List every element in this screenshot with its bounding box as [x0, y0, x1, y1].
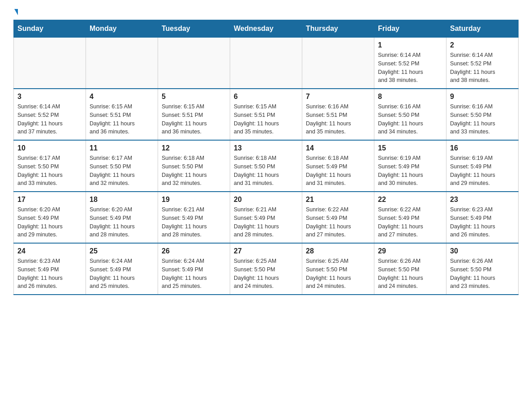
logo: [13, 9, 18, 15]
calendar-cell: 13Sunrise: 6:18 AMSunset: 5:50 PMDayligh…: [230, 140, 302, 192]
day-info: Sunrise: 6:26 AMSunset: 5:50 PMDaylight:…: [450, 257, 515, 291]
calendar-week-row: 17Sunrise: 6:20 AMSunset: 5:49 PMDayligh…: [14, 192, 519, 243]
day-number: 18: [90, 196, 154, 204]
calendar-week-row: 3Sunrise: 6:14 AMSunset: 5:52 PMDaylight…: [14, 89, 519, 140]
day-info: Sunrise: 6:24 AMSunset: 5:49 PMDaylight:…: [90, 257, 154, 291]
calendar-week-row: 10Sunrise: 6:17 AMSunset: 5:50 PMDayligh…: [14, 140, 519, 192]
calendar-cell: 1Sunrise: 6:14 AMSunset: 5:52 PMDaylight…: [374, 38, 446, 89]
calendar-cell: 14Sunrise: 6:18 AMSunset: 5:49 PMDayligh…: [302, 140, 374, 192]
day-number: 2: [450, 41, 515, 49]
day-info: Sunrise: 6:24 AMSunset: 5:49 PMDaylight:…: [162, 257, 226, 291]
day-number: 22: [378, 196, 442, 204]
day-info: Sunrise: 6:23 AMSunset: 5:49 PMDaylight:…: [17, 257, 82, 291]
day-number: 28: [306, 247, 370, 255]
day-number: 21: [306, 196, 370, 204]
day-number: 14: [306, 144, 370, 152]
day-number: 3: [17, 93, 82, 101]
calendar-table: SundayMondayTuesdayWednesdayThursdayFrid…: [13, 20, 519, 295]
calendar-cell: 29Sunrise: 6:26 AMSunset: 5:50 PMDayligh…: [374, 243, 446, 295]
calendar-cell: [230, 38, 302, 89]
day-number: 8: [378, 93, 442, 101]
day-info: Sunrise: 6:15 AMSunset: 5:51 PMDaylight:…: [162, 103, 226, 136]
calendar-cell: 12Sunrise: 6:18 AMSunset: 5:50 PMDayligh…: [158, 140, 230, 192]
day-info: Sunrise: 6:14 AMSunset: 5:52 PMDaylight:…: [378, 51, 442, 85]
day-info: Sunrise: 6:16 AMSunset: 5:50 PMDaylight:…: [450, 103, 515, 136]
day-info: Sunrise: 6:21 AMSunset: 5:49 PMDaylight:…: [234, 206, 298, 239]
calendar-cell: 6Sunrise: 6:15 AMSunset: 5:51 PMDaylight…: [230, 89, 302, 140]
day-number: 6: [234, 93, 298, 101]
day-info: Sunrise: 6:18 AMSunset: 5:49 PMDaylight:…: [306, 154, 370, 188]
calendar-cell: 19Sunrise: 6:21 AMSunset: 5:49 PMDayligh…: [158, 192, 230, 243]
day-info: Sunrise: 6:22 AMSunset: 5:49 PMDaylight:…: [378, 206, 442, 239]
weekday-header-saturday: Saturday: [446, 20, 519, 38]
day-number: 11: [90, 144, 154, 152]
day-info: Sunrise: 6:19 AMSunset: 5:49 PMDaylight:…: [378, 154, 442, 188]
day-number: 27: [234, 247, 298, 255]
day-info: Sunrise: 6:16 AMSunset: 5:50 PMDaylight:…: [378, 103, 442, 136]
calendar-cell: 17Sunrise: 6:20 AMSunset: 5:49 PMDayligh…: [14, 192, 86, 243]
day-number: 9: [450, 93, 515, 101]
calendar-cell: 2Sunrise: 6:14 AMSunset: 5:52 PMDaylight…: [446, 38, 519, 89]
day-info: Sunrise: 6:20 AMSunset: 5:49 PMDaylight:…: [90, 206, 154, 239]
logo-arrow-icon: [14, 9, 18, 15]
day-info: Sunrise: 6:23 AMSunset: 5:49 PMDaylight:…: [450, 206, 515, 239]
weekday-header-sunday: Sunday: [14, 20, 86, 38]
calendar-cell: 5Sunrise: 6:15 AMSunset: 5:51 PMDaylight…: [158, 89, 230, 140]
day-info: Sunrise: 6:14 AMSunset: 5:52 PMDaylight:…: [17, 103, 82, 136]
day-number: 29: [378, 247, 442, 255]
day-number: 19: [162, 196, 226, 204]
calendar-cell: 7Sunrise: 6:16 AMSunset: 5:51 PMDaylight…: [302, 89, 374, 140]
day-info: Sunrise: 6:15 AMSunset: 5:51 PMDaylight:…: [90, 103, 154, 136]
day-info: Sunrise: 6:25 AMSunset: 5:50 PMDaylight:…: [306, 257, 370, 291]
day-number: 5: [162, 93, 226, 101]
page-header: [13, 9, 519, 15]
calendar-cell: 30Sunrise: 6:26 AMSunset: 5:50 PMDayligh…: [446, 243, 519, 295]
calendar-cell: 27Sunrise: 6:25 AMSunset: 5:50 PMDayligh…: [230, 243, 302, 295]
calendar-cell: 24Sunrise: 6:23 AMSunset: 5:49 PMDayligh…: [14, 243, 86, 295]
day-number: 24: [17, 247, 82, 255]
day-number: 25: [90, 247, 154, 255]
calendar-cell: [302, 38, 374, 89]
calendar-cell: 3Sunrise: 6:14 AMSunset: 5:52 PMDaylight…: [14, 89, 86, 140]
calendar-week-row: 1Sunrise: 6:14 AMSunset: 5:52 PMDaylight…: [14, 38, 519, 89]
day-number: 16: [450, 144, 515, 152]
day-info: Sunrise: 6:19 AMSunset: 5:49 PMDaylight:…: [450, 154, 515, 188]
weekday-header-friday: Friday: [374, 20, 446, 38]
calendar-cell: 16Sunrise: 6:19 AMSunset: 5:49 PMDayligh…: [446, 140, 519, 192]
calendar-cell: [14, 38, 86, 89]
calendar-cell: 22Sunrise: 6:22 AMSunset: 5:49 PMDayligh…: [374, 192, 446, 243]
day-number: 12: [162, 144, 226, 152]
day-info: Sunrise: 6:18 AMSunset: 5:50 PMDaylight:…: [234, 154, 298, 188]
calendar-cell: 25Sunrise: 6:24 AMSunset: 5:49 PMDayligh…: [86, 243, 158, 295]
day-number: 17: [17, 196, 82, 204]
day-info: Sunrise: 6:15 AMSunset: 5:51 PMDaylight:…: [234, 103, 298, 136]
day-number: 4: [90, 93, 154, 101]
calendar-cell: 9Sunrise: 6:16 AMSunset: 5:50 PMDaylight…: [446, 89, 519, 140]
day-info: Sunrise: 6:22 AMSunset: 5:49 PMDaylight:…: [306, 206, 370, 239]
day-info: Sunrise: 6:16 AMSunset: 5:51 PMDaylight:…: [306, 103, 370, 136]
calendar-cell: 10Sunrise: 6:17 AMSunset: 5:50 PMDayligh…: [14, 140, 86, 192]
day-number: 26: [162, 247, 226, 255]
weekday-header-row: SundayMondayTuesdayWednesdayThursdayFrid…: [14, 20, 519, 38]
calendar-cell: [158, 38, 230, 89]
calendar-cell: 23Sunrise: 6:23 AMSunset: 5:49 PMDayligh…: [446, 192, 519, 243]
calendar-cell: 15Sunrise: 6:19 AMSunset: 5:49 PMDayligh…: [374, 140, 446, 192]
day-info: Sunrise: 6:26 AMSunset: 5:50 PMDaylight:…: [378, 257, 442, 291]
day-number: 7: [306, 93, 370, 101]
day-info: Sunrise: 6:21 AMSunset: 5:49 PMDaylight:…: [162, 206, 226, 239]
day-number: 13: [234, 144, 298, 152]
calendar-cell: 11Sunrise: 6:17 AMSunset: 5:50 PMDayligh…: [86, 140, 158, 192]
calendar-cell: 26Sunrise: 6:24 AMSunset: 5:49 PMDayligh…: [158, 243, 230, 295]
calendar-cell: 4Sunrise: 6:15 AMSunset: 5:51 PMDaylight…: [86, 89, 158, 140]
calendar-cell: [86, 38, 158, 89]
day-number: 15: [378, 144, 442, 152]
calendar-cell: 8Sunrise: 6:16 AMSunset: 5:50 PMDaylight…: [374, 89, 446, 140]
day-number: 20: [234, 196, 298, 204]
calendar-cell: 28Sunrise: 6:25 AMSunset: 5:50 PMDayligh…: [302, 243, 374, 295]
calendar-week-row: 24Sunrise: 6:23 AMSunset: 5:49 PMDayligh…: [14, 243, 519, 295]
calendar-cell: 20Sunrise: 6:21 AMSunset: 5:49 PMDayligh…: [230, 192, 302, 243]
day-number: 1: [378, 41, 442, 49]
day-info: Sunrise: 6:17 AMSunset: 5:50 PMDaylight:…: [90, 154, 154, 188]
day-info: Sunrise: 6:20 AMSunset: 5:49 PMDaylight:…: [17, 206, 82, 239]
day-info: Sunrise: 6:14 AMSunset: 5:52 PMDaylight:…: [450, 51, 515, 85]
